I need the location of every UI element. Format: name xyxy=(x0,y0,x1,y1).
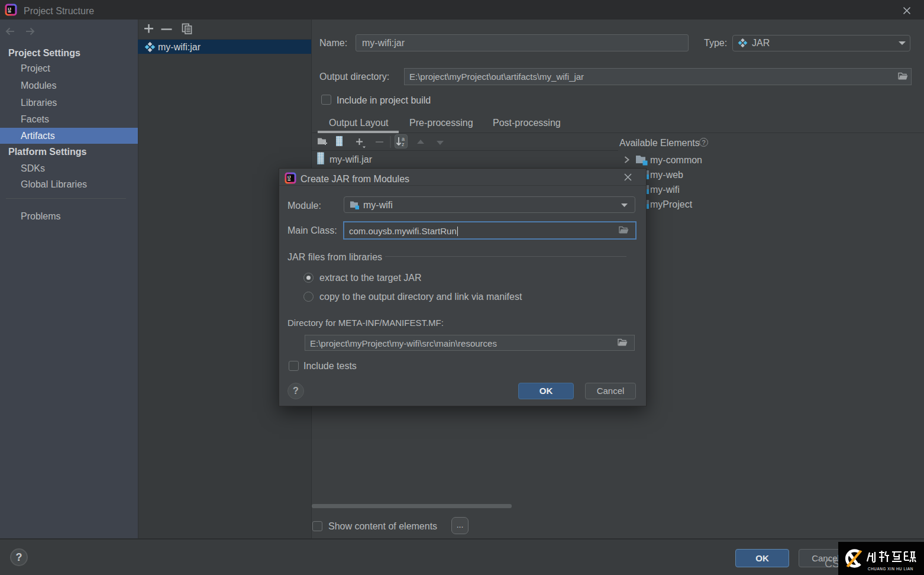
svg-text:IJ: IJ xyxy=(287,175,291,179)
svg-text:z: z xyxy=(402,141,405,147)
svg-text:IJ: IJ xyxy=(8,7,11,11)
svg-text:CHUANG XIN HU LIAN: CHUANG XIN HU LIAN xyxy=(868,567,913,571)
